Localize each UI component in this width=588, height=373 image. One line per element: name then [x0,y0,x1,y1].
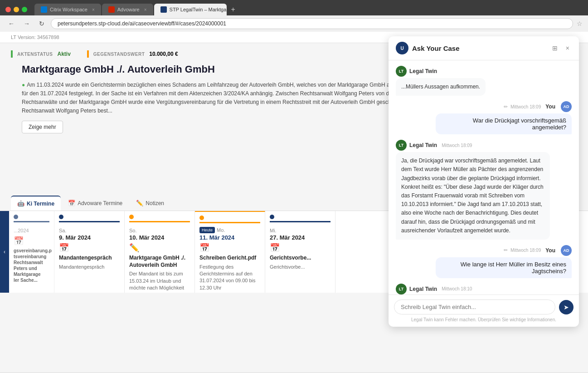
tab-advoware[interactable]: Advoware × [102,4,153,15]
tl-title-3: Schreiben Gericht.pdf [199,255,260,262]
new-tab-button[interactable]: + [228,4,239,15]
tl-dot-2 [129,215,134,219]
tl-title-2: Marktgarage GmbH ./. Autoverleih GmbH [129,255,190,269]
tl-dot-1 [59,215,63,219]
msg-bubble-3: Wie lange ist Herr Müller im Besitz eine… [436,257,572,278]
tab-advoware-termine[interactable]: 📅 Advoware Termine [62,196,129,210]
tl-line-0 [14,221,49,222]
edit-icon-1[interactable]: ✏ [504,104,508,110]
case-left: Marktgarage GmbH ./. Autoverleih GmbH ⌄ … [11,63,450,186]
chat-messages: LT Legal Twin ...Müllers Aussagen aufkom… [389,60,579,294]
show-more-button[interactable]: Zeige mehr [22,121,63,133]
tl-line-2 [129,221,190,222]
tl-title-4: Gerichtsvorbe... [270,255,330,262]
tab-citrix-label: Citrix Workspace [50,7,87,12]
gegenstandswert-item: GEGENSTANDSWERT 10.000,00 € [87,50,178,58]
bot-avatar-0: LT [396,66,407,77]
timeline-prev-button[interactable]: ‹ [0,211,9,293]
tab-stp[interactable]: STP LegalTwin – Marktgarage... × [154,4,227,15]
timeline-card-prev: ...2024 📅 gsvereinbarung.ptsvereinbarung… [9,211,54,293]
chat-input-row: ➤ [394,299,573,314]
msg-time-2: Mittwoch 18:09 [442,143,472,148]
tl-day-2: So. [129,228,137,233]
msg-bubble-0: ...Müllers Aussagen aufkommen. [396,78,486,96]
window-minimize-button[interactable] [14,7,19,12]
tl-dot-3 [199,216,204,220]
tl-dot-4 [270,215,274,219]
tl-line-4 [270,221,330,222]
tl-icon-4: 📅 [270,243,330,253]
bookmark-icon[interactable]: ☆ [577,20,583,27]
msg-header-4: LT Legal Twin Mittwoch 18:10 [396,284,472,294]
refresh-button[interactable]: ↻ [36,19,47,29]
tab-citrix[interactable]: Citrix Workspace × [34,4,101,15]
msg-name-2: Legal Twin [409,142,437,148]
msg-bubble-1: War die Drückjagt vorschriftsgemäß angem… [436,113,572,134]
tl-date-1: 9. Mär 2024 [59,234,120,241]
browser-titlebar: Citrix Workspace × Advoware × STP LegalT… [0,0,588,15]
chat-input[interactable] [394,299,555,314]
tl-text-2: Der Mandant ist bis zum 15.03.24 im Urla… [129,270,190,293]
tl-day-3: Mo. [217,227,225,233]
tl-icon-3: 📅 [199,243,260,253]
tl-text-1: Mandantengespräch [59,264,120,270]
chat-message-2: LT Legal Twin Mittwoch 18:09 Ja, die Drü… [396,140,572,240]
address-input[interactable] [51,18,573,29]
msg-time-4: Mittwoch 18:10 [442,286,472,291]
chat-panel: U Ask Your Case ⊞ × LT Legal Twin ...Mül… [389,36,579,327]
tl-text-4: Gerichtsvorbe... [270,264,330,270]
tl-icon-0: 📅 [14,236,49,246]
msg-name-4: Legal Twin [409,286,437,292]
chat-share-button[interactable]: ⊞ [550,44,560,53]
status-dot: ● [22,82,25,88]
window-close-button[interactable] [5,7,11,12]
today-badge: Heute [199,227,215,233]
msg-header-2: LT Legal Twin Mittwoch 18:09 [396,140,472,151]
aktenstatus-item: AKTENSTATUS Aktiv [11,50,71,58]
main-page: LT Version: 34567898 AKTENSTATUS Aktiv G… [0,32,588,372]
msg-header-1: AD You Mittwoch 18:09 ✏ [504,101,572,112]
notizen-icon: ✏️ [136,200,143,206]
chat-disclaimer: Legal Twin kann Fehler machen. Überprüfe… [394,317,573,322]
advoware-favicon [108,6,115,13]
forward-button[interactable]: → [21,19,33,29]
chat-message-1: AD You Mittwoch 18:09 ✏ War die Drückjag… [396,101,572,134]
chat-close-button[interactable]: × [564,44,572,53]
tl-day-1: Sa. [59,228,67,233]
msg-name-3: You [545,247,555,254]
window-maximize-button[interactable] [22,7,27,12]
bot-avatar-4: LT [396,284,407,294]
tab-notizen[interactable]: ✏️ Notizen [130,196,170,210]
send-icon: ➤ [564,304,569,311]
case-title: Marktgarage GmbH ./. Autoverleih GmbH [22,63,215,76]
chat-input-area: ➤ Legal Twin kann Fehler machen. Überprü… [389,294,579,327]
timeline-card-1: So. 10. Mär 2024 ✏️ Marktgarage GmbH ./.… [125,211,195,293]
tl-title-1: Mandantengespräch [59,255,120,262]
edit-icon-3[interactable]: ✏ [504,247,508,253]
tl-day-0: ...2024 [14,228,29,233]
chat-header: U Ask Your Case ⊞ × [389,36,579,60]
version-label: LT Version: 34567898 [11,34,59,40]
bot-avatar-2: LT [396,140,407,151]
aktenstatus-separator [11,50,13,58]
msg-bubble-2: Ja, die Drückjagd war vorschriftsgemäß a… [396,152,550,240]
tab-citrix-close[interactable]: × [92,7,95,12]
msg-name-0: Legal Twin [409,68,437,74]
tl-icon-2: ✏️ [129,243,190,253]
tab-advoware-label: Advoware [117,7,140,12]
case-description: ●Am 11.03.2024 wurde ein Gerichtstermin … [22,81,439,116]
msg-name-1: You [545,103,555,110]
chat-message-0: LT Legal Twin ...Müllers Aussagen aufkom… [396,66,572,96]
tab-advoware-close[interactable]: × [144,7,147,12]
you-avatar-3: AD [561,245,572,256]
advoware-termine-icon: 📅 [68,200,75,206]
chat-message-3: AD You Mittwoch 18:09 ✏ Wie lange ist He… [396,245,572,278]
tab-ki-termine[interactable]: 🤖 Ki Termine [11,196,61,211]
you-avatar-1: AD [561,101,572,112]
back-button[interactable]: ← [5,19,17,29]
chat-avatar: U [396,42,408,54]
msg-time-3: Mittwoch 18:09 [510,248,541,253]
browser-chrome: Citrix Workspace × Advoware × STP LegalT… [0,0,588,32]
chat-send-button[interactable]: ➤ [559,300,573,314]
citrix-favicon [41,6,47,13]
